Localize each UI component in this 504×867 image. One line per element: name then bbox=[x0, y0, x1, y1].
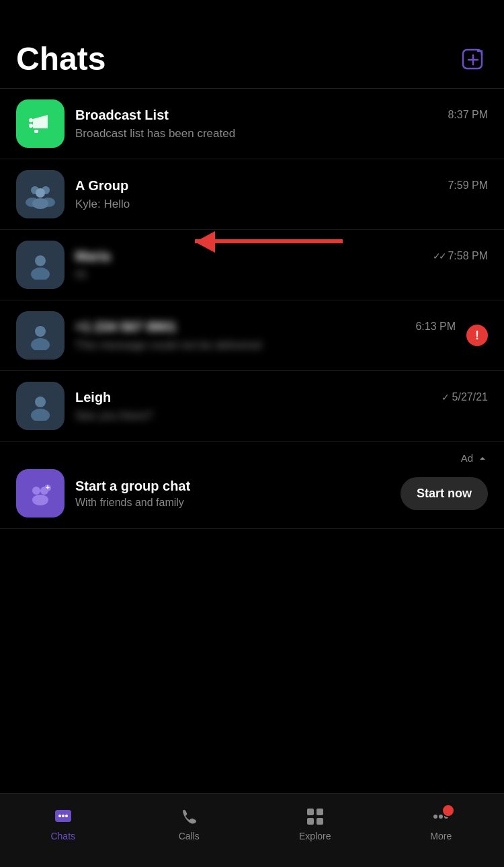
svg-point-16 bbox=[31, 409, 50, 421]
chat-time-blurred2: 6:13 PM bbox=[415, 321, 456, 333]
svg-rect-26 bbox=[307, 809, 314, 815]
avatar-leigh bbox=[16, 382, 65, 430]
more-notification-badge bbox=[442, 804, 455, 817]
chat-preview-broadcast: Broadcast list has been created bbox=[75, 127, 488, 140]
chat-info-leigh: Leigh ✓ 5/27/21 See you there? bbox=[75, 390, 488, 423]
chat-info-blurred2: +1 234 567 8901 6:13 PM This message cou… bbox=[75, 319, 456, 352]
svg-rect-29 bbox=[317, 818, 323, 825]
svg-point-7 bbox=[36, 188, 45, 198]
explore-icon bbox=[305, 807, 325, 827]
avatar-ad: + bbox=[16, 469, 65, 518]
avatar-group bbox=[16, 170, 65, 218]
chats-icon bbox=[53, 807, 73, 827]
chat-time-group: 7:59 PM bbox=[448, 179, 488, 192]
ad-subtitle: With friends and family bbox=[75, 497, 390, 509]
chat-preview-group: Kyle: Hello bbox=[75, 198, 488, 211]
chat-time-blurred1: ✓✓ 7:58 PM bbox=[433, 250, 488, 262]
chat-name-leigh: Leigh bbox=[75, 390, 111, 405]
chat-item-broadcast[interactable]: Broadcast List 8:37 PM Broadcast list ha… bbox=[0, 89, 504, 159]
chat-list: Broadcast List 8:37 PM Broadcast list ha… bbox=[0, 89, 504, 442]
nav-tab-explore[interactable]: Explore bbox=[252, 807, 378, 841]
start-now-button[interactable]: Start now bbox=[401, 477, 488, 510]
svg-point-2 bbox=[29, 118, 33, 122]
svg-point-19 bbox=[32, 495, 48, 505]
svg-point-3 bbox=[29, 124, 33, 128]
chat-time-broadcast: 8:37 PM bbox=[448, 109, 488, 121]
chat-preview-blurred1: Hi bbox=[75, 268, 488, 282]
svg-point-23 bbox=[58, 815, 61, 817]
chat-sender-group: Kyle bbox=[75, 198, 97, 210]
svg-marker-1 bbox=[33, 115, 48, 128]
svg-point-10 bbox=[32, 198, 48, 209]
nav-label-more: More bbox=[430, 831, 452, 841]
nav-tab-chats[interactable]: Chats bbox=[0, 807, 126, 841]
nav-label-calls: Calls bbox=[179, 831, 200, 841]
ad-banner: Ad + Start a group chat With friends and… bbox=[0, 442, 504, 529]
avatar-blurred2 bbox=[16, 311, 65, 360]
chat-name-blurred1: Maria bbox=[75, 249, 110, 264]
svg-point-14 bbox=[31, 338, 50, 350]
svg-point-30 bbox=[433, 815, 437, 819]
svg-point-24 bbox=[62, 815, 65, 817]
nav-label-chats: Chats bbox=[50, 831, 75, 841]
avatar-broadcast bbox=[16, 99, 65, 148]
bottom-nav: Chats Calls Explore bbox=[0, 793, 504, 867]
page-title: Chats bbox=[16, 40, 106, 77]
svg-rect-28 bbox=[307, 818, 314, 825]
svg-text:+: + bbox=[46, 484, 50, 491]
svg-point-12 bbox=[31, 267, 50, 280]
chat-preview-leigh: See you there? bbox=[75, 409, 488, 423]
nav-label-explore: Explore bbox=[299, 831, 331, 841]
svg-point-17 bbox=[32, 487, 40, 495]
chat-item-blurred2[interactable]: +1 234 567 8901 6:13 PM This message cou… bbox=[0, 300, 504, 371]
chat-info-group: A Group 7:59 PM Kyle: Hello bbox=[75, 178, 488, 211]
ad-text: Start a group chat With friends and fami… bbox=[75, 479, 390, 509]
more-icon bbox=[431, 807, 451, 827]
chat-item-blurred1[interactable]: Maria ✓✓ 7:58 PM Hi bbox=[0, 230, 504, 300]
chat-item-leigh[interactable]: Leigh ✓ 5/27/21 See you there? bbox=[0, 371, 504, 442]
chat-item-group[interactable]: A Group 7:59 PM Kyle: Hello bbox=[0, 159, 504, 230]
svg-rect-4 bbox=[34, 130, 38, 133]
chat-time-leigh: ✓ 5/27/21 bbox=[442, 391, 488, 403]
avatar-blurred1 bbox=[16, 241, 65, 289]
ad-label: Ad bbox=[16, 452, 488, 464]
calls-icon bbox=[179, 807, 199, 827]
compose-button[interactable] bbox=[458, 45, 488, 75]
ad-title: Start a group chat bbox=[75, 479, 390, 494]
nav-tab-more[interactable]: More bbox=[378, 807, 505, 841]
svg-point-15 bbox=[35, 397, 46, 407]
svg-rect-27 bbox=[317, 809, 323, 815]
chat-name-broadcast: Broadcast List bbox=[75, 108, 169, 123]
svg-point-25 bbox=[65, 815, 68, 817]
chat-name-blurred2: +1 234 567 8901 bbox=[75, 319, 177, 335]
svg-point-11 bbox=[35, 255, 46, 266]
checkmark-icon: ✓ bbox=[442, 392, 450, 403]
double-checkmark-icon: ✓✓ bbox=[433, 251, 445, 261]
ad-content: + Start a group chat With friends and fa… bbox=[16, 469, 488, 518]
error-badge: ! bbox=[466, 325, 488, 346]
svg-point-13 bbox=[35, 326, 46, 337]
chat-info-blurred1: Maria ✓✓ 7:58 PM Hi bbox=[75, 249, 488, 282]
chat-name-group: A Group bbox=[75, 178, 128, 194]
chat-info-broadcast: Broadcast List 8:37 PM Broadcast list ha… bbox=[75, 108, 488, 140]
chat-preview-blurred2: This message could not be delivered bbox=[75, 339, 456, 352]
nav-tab-calls[interactable]: Calls bbox=[126, 807, 253, 841]
header: Chats bbox=[0, 0, 504, 89]
